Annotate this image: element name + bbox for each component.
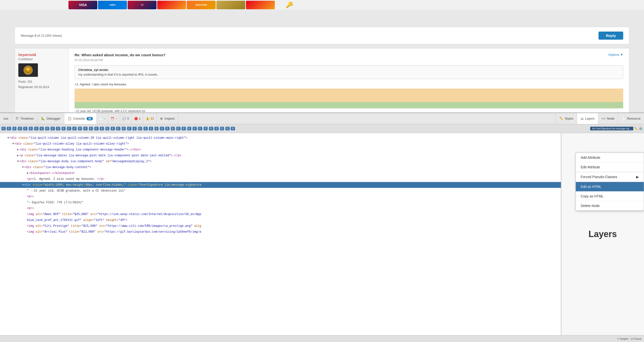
breadcrumb-item[interactable]: E (34, 127, 38, 130)
tree-line[interactable]: <div class="lia-message-heading lia-comp… (2, 147, 558, 153)
tree-line[interactable]: <img alt="Citi Prestige" title="$15,500"… (2, 223, 558, 229)
breadcrumb-item[interactable]: E (209, 127, 213, 130)
breadcrumb-item[interactable]: E (122, 127, 126, 130)
tree-line[interactable]: <img alt="Amex BCP" title="$25,000" src=… (2, 211, 558, 217)
tab-console[interactable]: 📋 Console 85 (64, 113, 97, 124)
breadcrumb-item[interactable]: E (154, 127, 159, 130)
devtools-right-tabs: ✏️ Styles 🗂 Layers <> Node 📄 Resource (556, 113, 644, 124)
breadcrumb-item[interactable]: E (50, 127, 55, 130)
breadcrumb-item[interactable]: E (67, 127, 71, 130)
tree-line[interactable]: <p class="lia-message-dates lia-message-… (2, 153, 558, 159)
breadcrumb-item[interactable]: E (220, 127, 224, 130)
ctx-forced-pseudo[interactable]: Forced Pseudo-Classes ▶ (576, 172, 644, 182)
breadcrumb-item[interactable]: E (171, 127, 175, 130)
breadcrumb-item[interactable]: E (12, 127, 17, 130)
tab-debugger[interactable]: 🐛 Debugger (38, 113, 64, 124)
ctx-delete-node[interactable]: Delete Node (576, 201, 644, 210)
author-name[interactable]: heyarrnold (18, 53, 65, 57)
card-uk: 🇬🇧 (128, 1, 156, 9)
breadcrumb-item[interactable]: E (193, 127, 197, 130)
tree-line[interactable]: <blockquote>…</blockquote> (2, 170, 558, 176)
breadcrumb-item[interactable]: E (149, 127, 153, 130)
breadcrumb-item[interactable]: E (138, 127, 142, 130)
breadcrumb-item[interactable]: E (144, 127, 148, 130)
breadcrumb-item[interactable]: E (160, 127, 164, 130)
tree-line[interactable]: "--Equifax FICO: 778 (7/1/2014)" (2, 200, 558, 205)
console-icon: 📋 (68, 117, 72, 120)
triangle-icon[interactable] (7, 136, 9, 140)
tab-resource[interactable]: 📄 Resource (618, 113, 644, 124)
breadcrumb-item[interactable]: E (176, 127, 180, 130)
edit-icon[interactable]: ✏️ (634, 127, 638, 130)
breadcrumb-item[interactable]: E (165, 127, 170, 130)
breadcrumb-item[interactable]: E (2, 127, 6, 130)
breadcrumb-item[interactable]: E (89, 127, 93, 130)
console-error-filter[interactable]: 🔴 1 (132, 113, 144, 124)
breadcrumb-item[interactable]: E (94, 127, 98, 130)
breadcrumb-item[interactable]: E (29, 127, 33, 130)
tree-line[interactable]: " --21 year old, UCSB graduate, with a C… (2, 188, 558, 194)
source-icon[interactable]: ⚙️ (639, 127, 642, 130)
options-dropdown[interactable]: Options▼ (608, 53, 623, 57)
tree-line[interactable]: <p>+1. Agreed. I also count my bonuses. … (2, 176, 558, 182)
tab-inspect[interactable]: ⊕ Inspect (157, 113, 178, 124)
breadcrumb-item[interactable]: E (187, 127, 192, 130)
breadcrumb-item[interactable]: E (204, 127, 208, 130)
tree-line[interactable]: <br> (2, 205, 558, 211)
breadcrumb-item[interactable]: E (18, 127, 22, 130)
breadcrumb-item[interactable]: E (214, 127, 218, 130)
breadcrumb-item[interactable]: E (56, 127, 60, 130)
breadcrumb-item[interactable]: E (132, 127, 137, 130)
triangle-icon[interactable] (17, 160, 19, 163)
breadcrumb-item[interactable]: E (7, 127, 11, 130)
tree-line[interactable]: <div class="lia-message-body lia-compone… (2, 159, 558, 164)
ctx-add-attribute[interactable]: Add Attribute (576, 153, 644, 162)
triangle-icon[interactable] (17, 154, 19, 157)
ctx-edit-attribute[interactable]: Edit Attribute (576, 162, 644, 172)
breadcrumb-item[interactable]: E (116, 127, 120, 130)
reply-button[interactable]: Reply (598, 32, 623, 40)
breadcrumb-item[interactable]: E (78, 127, 82, 130)
breadcrumb-item[interactable]: E (127, 127, 131, 130)
post-date: 07-02-2014 04:04 PM (74, 59, 623, 62)
breadcrumb-item[interactable]: E (72, 127, 76, 130)
breadcrumb-item[interactable]: E (83, 127, 88, 130)
tree-line[interactable]: blue_cash_pref_ant_176X111.gif" align="l… (2, 217, 558, 223)
breadcrumb-item[interactable]: E (231, 127, 235, 130)
ctx-copy-as-html[interactable]: Copy as HTML (576, 192, 644, 201)
devtools-panel: ces ⏱ Timelines 🐛 Debugger 📋 Console 85 (0, 113, 644, 342)
quote-text: my understanding is that if it is report… (78, 73, 620, 76)
tree-line[interactable]: <div class="lia-quilt-column lia-quilt-c… (2, 135, 558, 141)
card-amex: AMEX (98, 1, 127, 9)
breadcrumb-item[interactable]: E (111, 127, 115, 130)
triangle-icon[interactable] (22, 166, 24, 169)
breadcrumb-item[interactable]: E (100, 127, 104, 130)
breadcrumb-item[interactable]: E (62, 127, 66, 130)
breadcrumb-item[interactable]: E (182, 127, 186, 130)
quote-box: Christina_xyt wrote: my understanding is… (74, 65, 623, 79)
breadcrumb-item[interactable]: E (198, 127, 202, 130)
tab-resources[interactable]: ces (0, 113, 12, 124)
card-mc1 (157, 1, 186, 9)
breadcrumb-selected[interactable]: div.UserSignature.lia-message-sig... (590, 127, 633, 130)
tree-line[interactable]: <div class="lia-message-body-content"> (2, 164, 558, 170)
tree-line[interactable]: <br> (2, 194, 558, 200)
breadcrumb-item[interactable]: E (23, 127, 28, 130)
triangle-icon[interactable] (12, 142, 14, 146)
tab-timelines[interactable]: ⏱ Timelines (12, 113, 38, 124)
console-warn-filter[interactable]: ⚠️ 63 (143, 113, 156, 124)
breadcrumb-item[interactable]: E (45, 127, 50, 130)
ctx-edit-as-html[interactable]: Edit as HTML (576, 182, 644, 192)
tree-line[interactable]: <img alt="Arrival Plus" title="$12,000" … (2, 229, 558, 235)
tab-node[interactable]: <> Node (598, 113, 618, 124)
tab-styles[interactable]: ✏️ Styles (556, 113, 577, 124)
breadcrumb-item[interactable]: E (226, 127, 230, 130)
status-text2: in Frame (631, 337, 642, 340)
tab-layers[interactable]: 🗂 Layers (577, 113, 598, 124)
triangle-icon[interactable] (27, 171, 28, 175)
triangle-icon[interactable] (17, 148, 19, 151)
tree-line[interactable]: <div class="lia-quilt-column-alley lia-q… (2, 141, 558, 147)
breadcrumb-item[interactable]: E (106, 127, 110, 130)
tree-line-selected[interactable]: ▼<div style="width:100%; max-height:90px… (0, 182, 561, 188)
breadcrumb-item[interactable]: E (40, 127, 44, 130)
